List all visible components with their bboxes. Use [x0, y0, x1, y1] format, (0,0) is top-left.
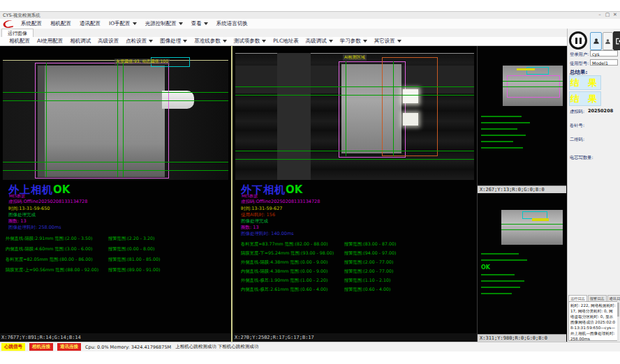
tool-label: 高级设置 [98, 38, 119, 45]
tool-image-process[interactable]: 图像处理 [156, 38, 191, 45]
mini-log-line [481, 116, 522, 117]
tool-camera-debug[interactable]: 相机调试 [66, 38, 94, 45]
camera-status-ok: OK [286, 183, 302, 196]
dropdown-arrow-icon [204, 22, 208, 25]
close-button[interactable]: ✕ [612, 12, 619, 18]
elapsed-line: 图像处理耗时: 140.00ms [241, 231, 294, 237]
alarm-range: 报警范围:(94.00 - 97.00) [344, 250, 397, 257]
alarm-range: 报警范围:(81.00 - 85.00) [108, 257, 161, 263]
scrollbar-thumb[interactable] [617, 303, 619, 317]
menu-item-view[interactable]: 查看 [187, 20, 212, 27]
measure-row: 卷料宽度=82.05mm 范围:(80.00 - 86.00) [6, 257, 93, 263]
ai-elapsed-line: 使用AI耗时: 156 [241, 212, 275, 218]
tool-ai-config[interactable]: AI使用配置 [34, 38, 66, 45]
measure-line [235, 95, 474, 96]
pixel-coords: X:311;Y:980;R:0;G:0;B:0 [480, 335, 547, 341]
menu-item-label: 系统语言切换 [216, 20, 248, 27]
tool-plc-table[interactable]: PLC地址表 [270, 38, 302, 45]
minimize-button[interactable]: – [596, 12, 603, 18]
tool-label: 高级调试 [306, 38, 327, 45]
measure-row: 内侧直线-隔膜:4.60mm 范围:(3.00 - 6.00) [6, 246, 92, 252]
tool-learn-params[interactable]: 学习参数 [337, 38, 371, 45]
virtual-code-value: 20250208 [588, 108, 613, 114]
machine-column [277, 53, 311, 180]
log-panel[interactable]: 耗时: 222, 网络检测耗时: 17, 网络分类耗时: 0, 网络提取分区耗时… [568, 301, 618, 341]
qr-code-label: 二维码: [570, 137, 584, 143]
mini-log-line [481, 259, 527, 261]
result-display-1: 结 果 [569, 75, 601, 90]
log-scrollbar[interactable] [617, 301, 619, 341]
roi-box-orange [382, 57, 438, 156]
menu-item-system-config[interactable]: 系统配置 [17, 20, 46, 27]
camera-status-text: 上相机心跳检测成功 下相机心跳检测成功 [175, 344, 258, 350]
camera-view-side-top[interactable] [478, 46, 566, 185]
side-ok-label: OK [481, 264, 490, 271]
measure-row: 内侧直线-隔膜:4.38mm 范围:(0.00 - 9.00) [241, 268, 327, 275]
dropdown-arrow-icon [149, 40, 153, 43]
tool-spot-check[interactable]: 点检设置 [122, 38, 156, 45]
maximize-button[interactable]: ▢ [604, 12, 611, 18]
pause-button[interactable] [569, 31, 587, 50]
menu-item-language[interactable]: 系统语言切换 [212, 20, 252, 27]
tool-test-params[interactable]: 测试项参数 [230, 38, 270, 45]
dropdown-arrow-icon [262, 40, 266, 43]
camera-image-side-top[interactable] [503, 66, 563, 106]
result-display-2: 结 果 [569, 91, 601, 106]
menu-item-light-config[interactable]: 光源控制配置 [141, 20, 187, 27]
model-label: 使用型号: [570, 61, 589, 67]
measure-row: 外侧直线-隔膜:4.38mm 范围:(0.00 - 9.00) [241, 259, 327, 266]
measure-line [235, 151, 474, 151]
measure-line [3, 100, 228, 101]
menu-item-label: 查看 [191, 20, 202, 27]
camera-image-lower[interactable]: AI检测区域 [235, 53, 474, 180]
login-user-label: 登录用户: [570, 52, 589, 58]
dropdown-arrow-icon [363, 40, 367, 43]
tool-advanced-settings[interactable]: 高级设置 [94, 38, 122, 45]
alarm-range: 报警范围:(83.00 - 87.00) [344, 241, 397, 248]
measure-line [501, 224, 563, 225]
log-text: 耗时: 222, 网络检测耗时: 17, 网络分类耗时: 0, 网络提取分区耗时… [570, 303, 616, 342]
camera-image-upper[interactable]: 灰度阈值:93, 动态阈值:100 [3, 60, 228, 180]
elapsed-line: 图像处理耗时: 258.00ms [8, 225, 61, 231]
dropdown-arrow-icon [223, 40, 227, 43]
process-done-line: 图像处理完成 [8, 212, 36, 218]
user-login-button[interactable] [590, 32, 602, 50]
overlay-mark [532, 218, 549, 221]
tool-advanced-debug[interactable]: 高级调试 [302, 38, 337, 45]
camera-image-side-bottom[interactable] [501, 210, 563, 245]
mini-log-line [481, 147, 523, 149]
pause-icon [575, 38, 577, 44]
status-bar: 心跳信号 相机连接 通讯连接 Cpu: 0.0% Memory: 3424.41… [0, 342, 620, 351]
menu-bar: 系统配置 相机配置 通讯配置 IO手配置 光源控制配置 查看 系统语言切换 [0, 19, 620, 29]
menu-item-io-config[interactable]: IO手配置 [105, 20, 141, 27]
bright-spot [403, 89, 418, 103]
measure-line [235, 159, 474, 160]
tool-other-settings[interactable]: 其它设置 [371, 38, 405, 45]
tool-camera-config[interactable]: 相机配置 [6, 38, 34, 45]
menu-item-label: 系统配置 [21, 20, 42, 27]
menu-item-label: IO手配置 [109, 20, 131, 27]
measure-line [123, 63, 124, 177]
alarm-range: 报警范围:(0.60 - 4.00) [344, 287, 391, 293]
menu-item-comm-config[interactable]: 通讯配置 [75, 20, 105, 27]
overlay-mark [517, 68, 535, 70]
exit-button[interactable] [613, 31, 620, 50]
cpu-memory-text: Cpu: 0.0% Memory: 3424.41796875M [85, 344, 171, 350]
menu-item-label: 相机配置 [50, 20, 71, 27]
heartbeat-badge: 心跳信号 [1, 343, 25, 351]
camera-view-lower[interactable]: AI检测区域 外下相机OK MES数据 虚拟码:Offline202502081… [232, 46, 477, 342]
process-done-line: 图像处理完成 [241, 218, 268, 225]
virtual-code-line: 虚拟码:Offline20250208133134728 [241, 199, 320, 205]
menu-item-camera-config[interactable]: 相机配置 [46, 20, 75, 27]
model-field[interactable]: Model1 [590, 59, 618, 66]
ai-region-label: AI检测区域 [343, 54, 367, 61]
login-user-field[interactable]: cys [590, 50, 618, 56]
camera-view-side-bottom[interactable]: OK [478, 193, 566, 334]
toolbar: 相机配置 AI使用配置 相机调试 高级设置 点检设置 图像处理 基准线参数 测试… [0, 37, 567, 46]
camera-view-upper[interactable]: 灰度阈值:93, 动态阈值:100 外上相机OK MES数据 虚拟码:Offli… [0, 46, 231, 342]
user-manage-button[interactable] [603, 32, 613, 50]
tool-baseline-params[interactable]: 基准线参数 [191, 38, 230, 45]
tool-label: 图像处理 [160, 38, 181, 45]
mes-label: MES数据 [9, 194, 25, 199]
mes-label: MES数据 [242, 194, 258, 199]
